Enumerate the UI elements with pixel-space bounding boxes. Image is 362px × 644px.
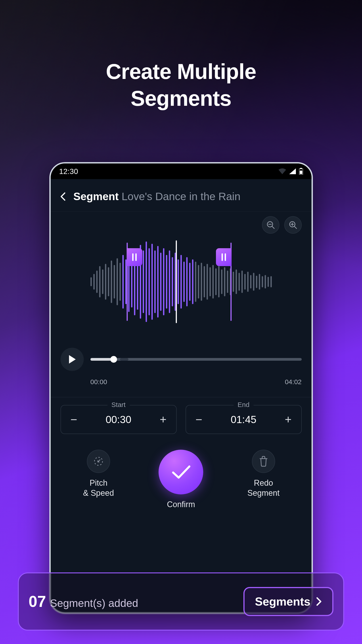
segments-count: 07: [28, 592, 46, 610]
end-value[interactable]: 01:45: [231, 414, 256, 426]
pitch-speed-label: Pitch & Speed: [83, 478, 114, 498]
range-end: End − 01:45 +: [185, 405, 302, 434]
chevron-right-icon: [316, 597, 322, 606]
battery-icon: [299, 168, 303, 175]
chevron-left-icon: [60, 192, 66, 201]
back-button[interactable]: [58, 192, 67, 201]
waveform: [90, 242, 272, 322]
start-value[interactable]: 00:30: [106, 414, 131, 426]
action-confirm[interactable]: Confirm: [152, 450, 210, 510]
title-main: Segment: [73, 190, 119, 202]
start-increment[interactable]: +: [157, 413, 170, 426]
zoom-out-button[interactable]: [262, 216, 279, 234]
confirm-label: Confirm: [167, 499, 195, 510]
range-end-label: End: [234, 401, 253, 408]
end-increment[interactable]: +: [282, 413, 295, 426]
zoom-out-icon: [266, 221, 275, 229]
grip-icon: [221, 253, 223, 261]
svg-line-4: [272, 226, 274, 228]
play-icon: [68, 355, 76, 364]
grip-icon: [132, 253, 134, 261]
signal-icon: [289, 168, 296, 174]
waveform-area[interactable]: [51, 238, 312, 325]
start-decrement[interactable]: −: [67, 413, 81, 426]
playhead[interactable]: [176, 240, 177, 323]
headline-line-2: Segments: [0, 85, 362, 112]
time-labels: 00:00 04:02: [51, 378, 312, 386]
seek-thumb[interactable]: [110, 356, 117, 363]
segments-button-label: Segments: [255, 595, 310, 608]
range-start-label: Start: [107, 401, 130, 408]
selection-handle-right[interactable]: [216, 248, 232, 266]
time-total: 04:02: [285, 378, 302, 386]
grip-icon: [225, 253, 226, 261]
grip-icon: [135, 253, 137, 261]
segments-status: 07 Segment(s) added: [28, 592, 138, 610]
svg-line-7: [294, 226, 297, 228]
phone-frame: 12:30 Segment Love's Dance in the Rain: [49, 162, 313, 614]
segments-button[interactable]: Segments: [243, 587, 334, 616]
action-pitch-speed[interactable]: Pitch & Speed: [69, 450, 128, 498]
seek-secondary: [120, 358, 128, 361]
app-bar: Segment Love's Dance in the Rain: [51, 179, 312, 212]
pitch-speed-icon-wrap: [87, 450, 110, 473]
check-icon: [170, 463, 192, 481]
redo-icon-wrap: [252, 450, 275, 473]
range-start: Start − 00:30 +: [60, 405, 177, 434]
status-icons: [278, 168, 303, 175]
svg-rect-2: [300, 170, 302, 174]
time-current: 00:00: [90, 378, 107, 386]
playback-controls: [51, 334, 312, 382]
zoom-in-icon: [289, 221, 297, 229]
page-headline: Create Multiple Segments: [0, 58, 362, 112]
segments-text: Segment(s) added: [50, 597, 138, 609]
title-subtitle: Love's Dance in the Rain: [122, 190, 240, 202]
pitch-speed-icon: [93, 456, 104, 467]
wifi-icon: [278, 168, 286, 174]
trash-icon: [259, 456, 268, 467]
zoom-in-button[interactable]: [284, 216, 302, 234]
screen-title: Segment Love's Dance in the Rain: [73, 190, 240, 202]
range-editors: Start − 00:30 + End − 01:45 +: [51, 397, 312, 434]
action-redo[interactable]: Redo Segment: [234, 450, 293, 498]
status-bar: 12:30: [51, 164, 312, 179]
redo-label: Redo Segment: [247, 478, 280, 498]
seek-track[interactable]: [90, 358, 302, 361]
confirm-icon-wrap: [159, 450, 203, 494]
actions-row: Pitch & Speed Confirm Redo Segment: [51, 434, 312, 510]
end-decrement[interactable]: −: [192, 413, 206, 426]
play-button[interactable]: [60, 348, 84, 371]
zoom-controls: [51, 212, 312, 234]
selection-handle-left[interactable]: [127, 248, 142, 266]
segments-overlay: 07 Segment(s) added Segments: [18, 572, 344, 630]
status-time: 12:30: [59, 167, 78, 176]
headline-line-1: Create Multiple: [0, 58, 362, 85]
